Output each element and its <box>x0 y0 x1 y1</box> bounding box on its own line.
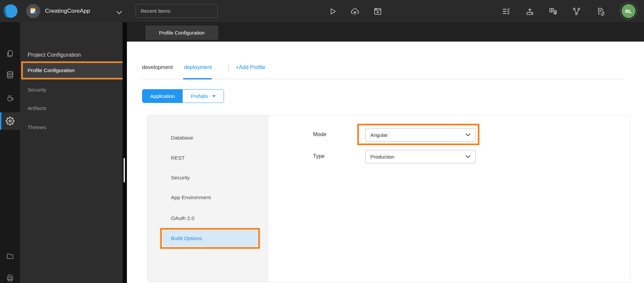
menu-item-oauth[interactable]: OAuth 2.0 <box>147 211 269 226</box>
build-options-highlight-box: Build Options <box>160 228 260 249</box>
chevron-down-icon <box>465 155 471 158</box>
checklist-icon[interactable] <box>501 6 512 17</box>
mode-select-value: Angular <box>366 132 465 138</box>
type-label: Type <box>313 153 325 160</box>
toggle-application-button[interactable]: Application <box>142 90 183 103</box>
add-profile-button[interactable]: +Add Profile <box>236 64 265 71</box>
menu-item-app-environment[interactable]: App Environment <box>147 190 269 205</box>
file-sync-icon[interactable] <box>595 6 606 17</box>
run-icon[interactable] <box>327 6 338 17</box>
mode-label: Mode <box>313 131 326 138</box>
java-services-icon[interactable] <box>0 89 20 107</box>
page-tab-bar: Profile Configuration <box>127 22 644 42</box>
file-explorer-folder-icon[interactable] <box>0 247 20 265</box>
active-tab-underline <box>183 78 212 79</box>
wavemaker-logo-icon[interactable] <box>3 4 18 18</box>
menu-item-rest[interactable]: REST <box>147 151 269 165</box>
log-file-icon[interactable]: LOG <box>0 269 20 283</box>
app-root: CreatingCoreApp Recent Items <box>0 0 644 283</box>
sidebar-item-artifacts[interactable]: Artifacts <box>20 101 123 116</box>
sidebar-item-profile-configuration[interactable]: Profile Configuration <box>21 61 125 79</box>
menu-item-database[interactable]: Database <box>147 130 269 145</box>
user-avatar[interactable]: RL <box>622 4 636 18</box>
chevron-down-icon <box>465 133 471 136</box>
tab-deployment[interactable]: deployment <box>184 64 212 71</box>
main-content: Profile Configuration development deploy… <box>127 22 644 283</box>
recent-items-input[interactable]: Recent Items <box>136 4 218 18</box>
type-select-value: Production <box>366 154 465 160</box>
log-label: LOG <box>8 277 12 279</box>
settings-menu: Database REST Security App Environment O… <box>147 115 269 282</box>
tab-separator <box>228 64 229 73</box>
page-tab-profile-configuration[interactable]: Profile Configuration <box>145 25 218 40</box>
project-switcher-icon[interactable] <box>26 4 40 18</box>
sidebar-edge-strip <box>123 22 127 283</box>
export-drive-icon[interactable] <box>524 6 536 17</box>
settings-gear-icon[interactable] <box>0 112 20 130</box>
sidebar-scrollbar-thumb[interactable] <box>124 158 125 182</box>
menu-item-security[interactable]: Security <box>147 170 269 185</box>
mode-select[interactable]: Angular <box>365 128 476 142</box>
toggle-prefabs-button[interactable]: Prefabs <box>183 90 224 103</box>
project-config-sidebar: Project Configuration General Profile Co… <box>20 22 123 283</box>
chevron-down-icon[interactable] <box>117 9 122 15</box>
build-settings-panel: Database REST Security App Environment O… <box>147 115 630 282</box>
top-bar: CreatingCoreApp Recent Items <box>0 0 644 22</box>
tab-development[interactable]: development <box>142 64 173 71</box>
sidebar-item-security[interactable]: Security <box>20 82 123 97</box>
prefabs-label: Prefabs <box>191 93 208 99</box>
deploy-cloud-upload-icon[interactable] <box>349 6 361 17</box>
translate-chat-icon[interactable] <box>547 6 559 17</box>
preview-window-icon[interactable] <box>372 6 383 17</box>
icon-rail: LOG <box>0 22 20 283</box>
version-control-branch-icon[interactable] <box>571 6 582 17</box>
scope-toggle: Application Prefabs <box>142 89 224 103</box>
pages-icon[interactable] <box>0 45 20 62</box>
prefabs-caret-icon <box>212 95 216 97</box>
sidebar-item-themes[interactable]: Themes <box>20 120 123 135</box>
type-select[interactable]: Production <box>365 150 476 163</box>
database-icon[interactable] <box>0 66 20 83</box>
tabs-divider-line <box>142 79 625 79</box>
sidebar-title: Project Configuration <box>28 52 81 58</box>
project-title: CreatingCoreApp <box>45 0 90 22</box>
menu-item-build-options[interactable]: Build Options <box>163 230 258 246</box>
